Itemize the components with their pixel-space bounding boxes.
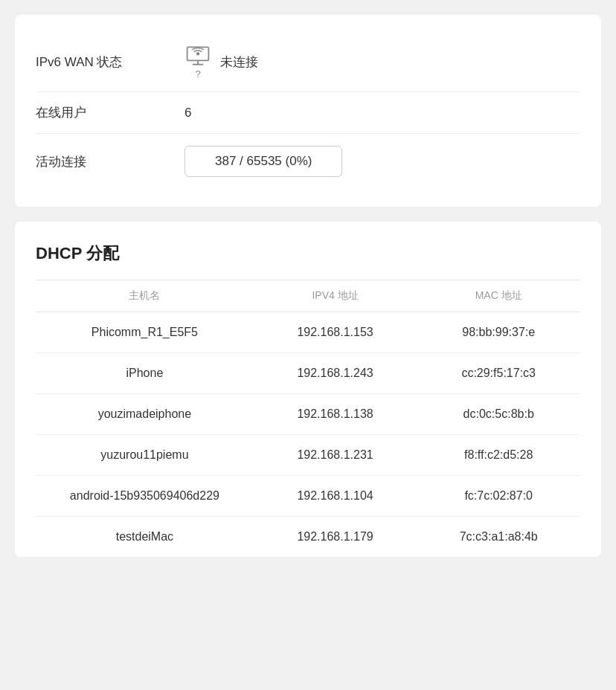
cell-hostname: youzimadeiphone — [36, 394, 254, 435]
cell-hostname: Phicomm_R1_E5F5 — [36, 312, 254, 353]
dhcp-title: DHCP 分配 — [36, 242, 580, 265]
status-card: IPv6 WAN 状态 ? 未连接 — [15, 15, 601, 207]
cell-mac: fc:7c:02:87:0 — [417, 476, 580, 517]
ipv6-wan-row: IPv6 WAN 状态 ? 未连接 — [36, 33, 580, 92]
table-row: testdeiMac192.168.1.1797c:c3:a1:a8:4b — [36, 517, 580, 558]
ipv6-wan-label: IPv6 WAN 状态 — [36, 54, 185, 71]
table-row: android-15b935069406d229192.168.1.104fc:… — [36, 476, 580, 517]
cell-mac: 98:bb:99:37:e — [417, 312, 580, 353]
table-row: youzimadeiphone192.168.1.138dc:0c:5c:8b:… — [36, 394, 580, 435]
cell-ipv4: 192.168.1.243 — [254, 353, 417, 394]
table-header-row: 主机名 IPV4 地址 MAC 地址 — [36, 280, 580, 312]
cell-hostname: android-15b935069406d229 — [36, 476, 254, 517]
dhcp-card: DHCP 分配 主机名 IPV4 地址 MAC 地址 Phicomm_R1_E5… — [15, 222, 601, 557]
col-header-hostname: 主机名 — [36, 280, 254, 312]
connection-badge: 387 / 65535 (0%) — [185, 146, 342, 177]
online-users-row: 在线用户 6 — [36, 92, 580, 134]
svg-point-3 — [196, 52, 200, 56]
active-connections-value: 387 / 65535 (0%) — [185, 146, 342, 177]
cell-ipv4: 192.168.1.179 — [254, 517, 417, 558]
wan-status-icon: ? — [185, 45, 211, 80]
col-header-mac: MAC 地址 — [417, 280, 580, 312]
wan-question-mark: ? — [195, 68, 200, 80]
network-icon — [185, 45, 211, 67]
cell-ipv4: 192.168.1.138 — [254, 394, 417, 435]
cell-hostname: testdeiMac — [36, 517, 254, 558]
cell-ipv4: 192.168.1.231 — [254, 435, 417, 476]
cell-mac: cc:29:f5:17:c3 — [417, 353, 580, 394]
table-row: yuzurou11piemu192.168.1.231f8:ff:c2:d5:2… — [36, 435, 580, 476]
table-row: iPhone192.168.1.243cc:29:f5:17:c3 — [36, 353, 580, 394]
cell-ipv4: 192.168.1.104 — [254, 476, 417, 517]
cell-ipv4: 192.168.1.153 — [254, 312, 417, 353]
ipv6-wan-status-text: 未连接 — [220, 54, 258, 71]
ipv6-wan-value: ? 未连接 — [185, 45, 258, 80]
active-connections-row: 活动连接 387 / 65535 (0%) — [36, 134, 580, 189]
dhcp-table: 主机名 IPV4 地址 MAC 地址 Phicomm_R1_E5F5192.16… — [36, 280, 580, 557]
cell-hostname: iPhone — [36, 353, 254, 394]
cell-mac: 7c:c3:a1:a8:4b — [417, 517, 580, 558]
cell-mac: dc:0c:5c:8b:b — [417, 394, 580, 435]
cell-mac: f8:ff:c2:d5:28 — [417, 435, 580, 476]
table-row: Phicomm_R1_E5F5192.168.1.15398:bb:99:37:… — [36, 312, 580, 353]
page-wrapper: IPv6 WAN 状态 ? 未连接 — [0, 0, 616, 572]
online-users-value: 6 — [185, 106, 191, 120]
online-users-label: 在线用户 — [36, 104, 185, 121]
cell-hostname: yuzurou11piemu — [36, 435, 254, 476]
col-header-ipv4: IPV4 地址 — [254, 280, 417, 312]
active-connections-label: 活动连接 — [36, 153, 185, 170]
